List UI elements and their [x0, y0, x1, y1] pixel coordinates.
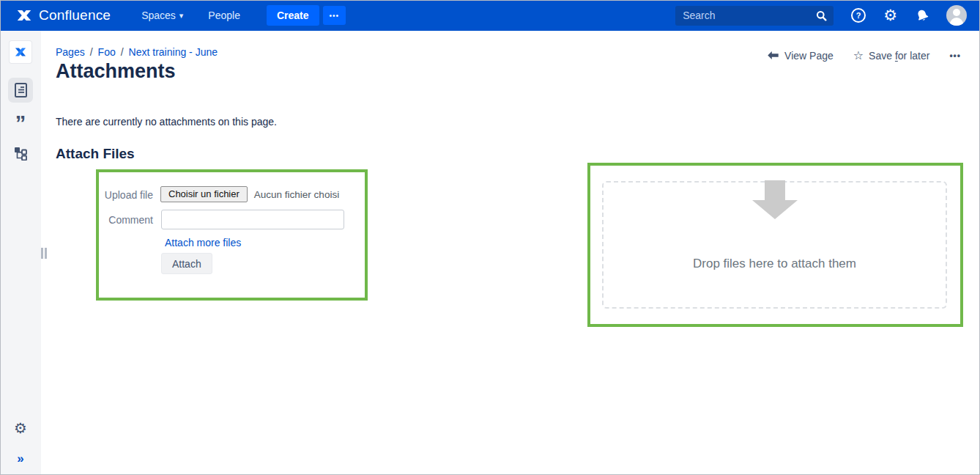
save-for-later-label: Save for later: [869, 50, 929, 62]
sidebar-resize-handle[interactable]: [41, 248, 47, 259]
view-page-button[interactable]: View Page: [767, 50, 834, 62]
create-button[interactable]: Create: [267, 5, 319, 26]
double-chevron-right-icon: »: [17, 452, 23, 466]
breadcrumb-separator: /: [121, 46, 124, 58]
choose-file-button[interactable]: Choisir un fichier: [160, 186, 248, 202]
file-input-control: Choisir un fichier Aucun fichier choisi: [160, 186, 339, 202]
app-wordmark: Confluence: [39, 7, 111, 23]
confluence-logo[interactable]: Confluence: [15, 6, 111, 25]
breadcrumb-link-pages[interactable]: Pages: [56, 46, 85, 58]
space-logo[interactable]: [10, 41, 31, 63]
comment-input[interactable]: [161, 210, 344, 229]
help-icon: ?: [851, 8, 866, 23]
space-settings-button[interactable]: ⚙: [14, 419, 27, 437]
admin-settings-button[interactable]: ⚙: [883, 8, 897, 23]
notifications-button[interactable]: [915, 8, 930, 23]
breadcrumb-link-foo[interactable]: Foo: [98, 46, 116, 58]
search-box[interactable]: [675, 6, 834, 26]
sidebar-item-space-tools[interactable]: [14, 147, 27, 161]
file-dropzone[interactable]: Drop files here to attach them: [602, 181, 947, 309]
gear-icon: ⚙: [883, 8, 897, 23]
pages-document-icon: [15, 83, 27, 97]
file-status-text: Aucun fichier choisi: [254, 189, 339, 200]
sidebar-item-blog[interactable]: ”: [15, 115, 26, 131]
dropzone-highlight-box: Drop files here to attach them: [587, 163, 963, 327]
more-options-button[interactable]: •••: [949, 51, 961, 61]
no-attachments-message: There are currently no attachments on th…: [56, 116, 277, 128]
nav-more-button[interactable]: •••: [323, 6, 346, 25]
comment-label: Comment: [100, 214, 153, 226]
settings-gear-icon: ⚙: [14, 419, 27, 437]
chevron-down-icon: ▾: [179, 11, 184, 21]
view-page-label: View Page: [784, 50, 834, 62]
avatar-body: [950, 18, 963, 26]
main-content: Pages/Foo/Next training - June Attachmen…: [41, 31, 980, 475]
nav-spaces-label: Spaces: [141, 10, 176, 21]
expand-sidebar-button[interactable]: »: [17, 452, 23, 466]
page-title: Attachments: [56, 60, 176, 83]
user-avatar[interactable]: [946, 5, 967, 26]
tree-hierarchy-icon: [14, 147, 27, 161]
attach-button[interactable]: Attach: [161, 253, 212, 274]
search-input[interactable]: [683, 10, 816, 21]
avatar-head: [953, 9, 960, 16]
nav-people-link[interactable]: People: [208, 10, 240, 21]
top-navbar: Confluence Spaces ▾ People Create ••• ? …: [0, 0, 980, 31]
attach-form-highlight-box: Upload file Choisir un fichier Aucun fic…: [96, 169, 368, 301]
bell-icon: [915, 8, 930, 23]
star-icon: ☆: [853, 48, 864, 62]
attach-files-heading: Attach Files: [56, 146, 135, 162]
page-actions: View Page ☆ Save for later •••: [767, 48, 961, 62]
help-button[interactable]: ?: [851, 8, 866, 23]
confluence-mark-icon: [15, 6, 34, 25]
space-logo-icon: [13, 45, 28, 59]
sidebar-item-pages[interactable]: [8, 78, 33, 103]
nav-spaces-menu[interactable]: Spaces ▾: [141, 10, 183, 21]
attach-more-files-link[interactable]: Attach more files: [165, 237, 241, 248]
search-icon: [816, 10, 827, 21]
quotes-icon: ”: [15, 112, 26, 134]
space-sidebar: ” ⚙ »: [0, 31, 41, 475]
breadcrumb-separator: /: [90, 46, 93, 58]
breadcrumb-link-page[interactable]: Next training - June: [129, 46, 218, 58]
back-arrow-icon: [767, 51, 779, 60]
save-for-later-button[interactable]: ☆ Save for later: [853, 48, 930, 62]
breadcrumb: Pages/Foo/Next training - June: [56, 46, 218, 58]
dropzone-message: Drop files here to attach them: [693, 257, 856, 271]
nav-people-label: People: [208, 10, 240, 21]
upload-file-label: Upload file: [100, 189, 153, 201]
confluence-attachments-page: Confluence Spaces ▾ People Create ••• ? …: [0, 0, 980, 475]
